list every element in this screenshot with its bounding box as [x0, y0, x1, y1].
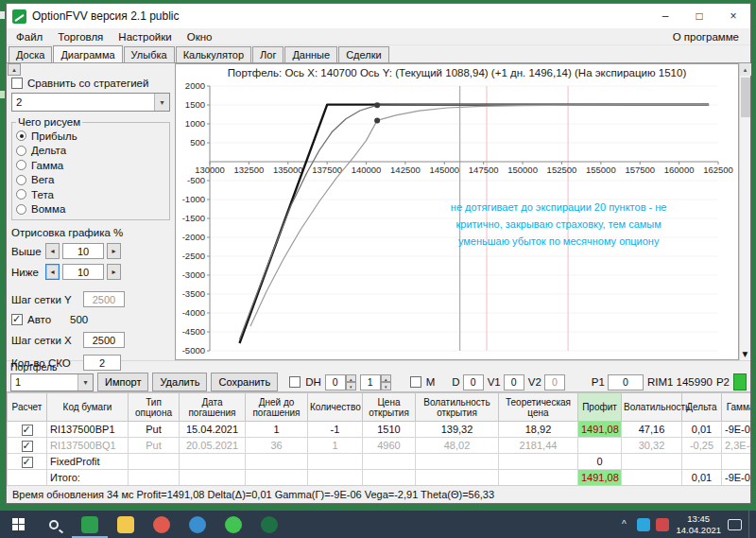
column-header[interactable]: Дата погашения [180, 393, 246, 422]
minimize-button[interactable]: – [648, 4, 682, 28]
start-button[interactable] [0, 511, 36, 538]
draw-option[interactable]: Тета [16, 187, 165, 202]
cell: 1491,08 [578, 422, 622, 438]
tab-Доска[interactable]: Доска [9, 46, 52, 62]
delete-button[interactable]: Удалить [152, 373, 207, 391]
tab-Диаграмма[interactable]: Диаграмма [53, 45, 122, 62]
menu-item-about[interactable]: О программе [673, 31, 748, 43]
column-header[interactable]: Волатильность открытия [416, 393, 499, 422]
auto-checkbox[interactable]: Авто [11, 314, 51, 325]
menu-item[interactable]: Окно [180, 31, 220, 43]
menu-item[interactable]: Файл [9, 31, 50, 43]
telegram-tray-icon[interactable] [637, 518, 650, 531]
column-header[interactable]: Теоретическая цена [499, 393, 578, 422]
vertical-scrollbar[interactable]: ▴ ▾ [739, 63, 750, 360]
portfolio-select[interactable]: 1 ▾ [10, 373, 94, 391]
spin-down-icon[interactable]: ▾ [381, 382, 391, 390]
compare-strategy-checkbox[interactable]: Сравнить со стратегией [11, 78, 170, 89]
cell: 1510 [363, 422, 416, 438]
strategy-select[interactable]: 2 ▾ [11, 93, 170, 112]
render-pct-label: Отрисовка графика % [11, 227, 170, 238]
column-header[interactable]: Цена открытия [363, 393, 416, 422]
sko-input[interactable]: 2 [83, 355, 121, 371]
above-decrease-button[interactable]: ◂ [45, 243, 60, 259]
spin-up-icon[interactable]: ▴ [346, 374, 356, 383]
spin-down-icon[interactable]: ▾ [346, 382, 356, 390]
column-header[interactable]: Волатильность [622, 393, 682, 422]
strategy-value: 2 [16, 96, 22, 108]
column-header[interactable]: Профит [578, 393, 622, 422]
tabstrip: ДоскаДиаграммаУлыбкаКалькуляторЛогДанные… [7, 45, 750, 62]
dh-input-2[interactable]: 1 [360, 374, 381, 390]
below-increase-button[interactable]: ▸ [107, 264, 121, 280]
d-input[interactable]: 0 [463, 374, 484, 390]
tab-Данные[interactable]: Данные [284, 46, 337, 62]
cell: 2,3E-05 [722, 438, 751, 454]
tab-Улыбка[interactable]: Улыбка [124, 46, 175, 62]
above-input[interactable]: 10 [62, 243, 104, 259]
show-desktop-button[interactable] [748, 511, 753, 538]
below-decrease-button[interactable]: ◂ [45, 264, 60, 280]
column-header[interactable]: Расчет [8, 393, 47, 422]
p2-button[interactable] [733, 373, 747, 390]
taskbar-explorer-icon[interactable] [108, 511, 144, 538]
calc-cell[interactable] [8, 422, 47, 438]
column-header[interactable]: Дней до погашения [246, 393, 308, 422]
draw-option[interactable]: Вомма [16, 202, 165, 217]
below-input[interactable]: 10 [62, 264, 104, 280]
column-header[interactable]: Дельта [682, 393, 722, 422]
grid-x-input[interactable]: 2500 [83, 332, 125, 348]
tab-Лог[interactable]: Лог [252, 46, 284, 62]
calc-cell[interactable] [8, 438, 47, 454]
chevron-down-icon[interactable]: ▾ [77, 374, 93, 390]
tab-Калькулятор[interactable]: Калькулятор [176, 46, 251, 62]
draw-option[interactable]: Гамма [16, 158, 165, 173]
column-header[interactable]: Код бумаги [47, 393, 129, 422]
column-header[interactable]: Гамма [722, 393, 751, 422]
kaspersky-tray-icon[interactable] [656, 518, 669, 531]
maximize-button[interactable]: □ [682, 4, 716, 28]
menu-item[interactable]: Настройки [111, 31, 179, 43]
taskbar-chrome-icon[interactable] [144, 511, 180, 538]
tab-Сделки[interactable]: Сделки [338, 46, 389, 62]
chevron-down-icon[interactable]: ▾ [154, 94, 169, 111]
save-button[interactable]: Сохранить [211, 373, 278, 391]
cell: -9E-06 [722, 470, 751, 486]
panel-scroll-up-button[interactable]: ▴ [8, 63, 21, 76]
dh-input-1[interactable]: 0 [325, 374, 346, 390]
row-checkbox[interactable] [22, 425, 33, 436]
draw-option[interactable]: Дельта [16, 144, 165, 159]
calc-cell[interactable] [8, 470, 47, 486]
draw-option[interactable]: Прибыль [16, 129, 165, 144]
scroll-down-icon[interactable]: ▾ [743, 347, 748, 360]
taskbar-optionfvv-icon[interactable] [72, 511, 108, 538]
column-header[interactable]: Количество [308, 393, 363, 422]
taskbar-whatsapp-icon[interactable] [215, 511, 251, 538]
menu-item[interactable]: Торговля [50, 31, 111, 43]
row-checkbox[interactable] [22, 457, 33, 468]
p1-input[interactable]: 0 [608, 374, 644, 390]
grid-y-input[interactable]: 2500 [83, 291, 125, 307]
close-button[interactable]: × [716, 4, 750, 28]
x-tick-label: 135000 [273, 165, 303, 175]
v2-label: V2 [528, 376, 541, 388]
scroll-up-icon[interactable]: ▴ [740, 63, 751, 76]
m-checkbox[interactable]: М [410, 376, 436, 388]
draw-option[interactable]: Вега [16, 173, 165, 188]
search-button[interactable] [36, 511, 72, 538]
above-increase-button[interactable]: ▸ [107, 243, 121, 259]
scrollbar-thumb[interactable] [741, 78, 750, 117]
tray-expand-button[interactable]: ^ [617, 519, 630, 529]
column-header[interactable]: Тип опциона [129, 393, 180, 422]
dh-checkbox[interactable]: DH [289, 376, 321, 388]
taskbar-edge-icon[interactable] [180, 511, 215, 538]
import-button[interactable]: Импорт [97, 373, 148, 391]
row-checkbox[interactable] [22, 441, 33, 452]
spin-up-icon[interactable]: ▴ [381, 374, 391, 383]
action-center-button[interactable] [728, 519, 742, 530]
taskbar-excel-icon[interactable] [251, 511, 287, 538]
taskbar-clock[interactable]: 13:45 14.04.2021 [676, 513, 721, 535]
v1-input[interactable]: 0 [504, 374, 524, 390]
v2-input[interactable]: 0 [544, 374, 565, 390]
calc-cell[interactable] [8, 454, 47, 470]
